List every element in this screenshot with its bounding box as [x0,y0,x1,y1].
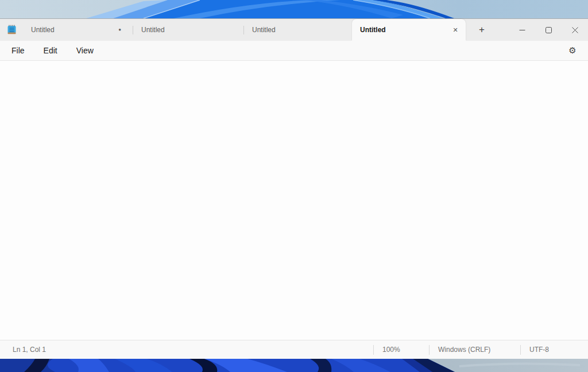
close-icon [572,27,578,33]
tab-untitled-1[interactable]: Untitled ● [23,19,133,41]
cursor-position: Ln 1, Col 1 [0,346,373,354]
tab-label: Untitled [141,26,243,34]
tab-label: Untitled [252,26,352,34]
menu-edit[interactable]: Edit [37,43,64,58]
close-tab-icon[interactable]: ✕ [449,24,462,36]
minimize-icon [519,27,525,33]
tab-untitled-3[interactable]: Untitled [244,19,352,41]
settings-button[interactable]: ⚙ [563,42,582,59]
close-window-button[interactable] [562,19,588,41]
notepad-app-icon [7,25,17,35]
window-caption-controls [509,19,588,41]
wallpaper-bottom-strip [0,359,588,372]
bloom-wallpaper-top [0,0,588,18]
zoom-level: 100% [373,345,429,355]
wallpaper-top-strip [0,0,588,18]
maximize-icon [546,27,552,33]
minimize-button[interactable] [509,19,535,41]
add-tab-button[interactable]: + [473,22,490,38]
unsaved-dot-icon: ● [118,28,121,32]
editor-area[interactable] [0,61,588,340]
menu-file[interactable]: File [5,43,32,58]
tab-untitled-4-active[interactable]: Untitled ✕ [352,19,466,41]
menu-bar: File Edit View ⚙ [0,41,588,61]
screen: Untitled ● Untitled Untitled Untitled ✕ … [0,0,588,372]
tab-bar: Untitled ● Untitled Untitled Untitled ✕ … [0,19,588,41]
line-ending: Windows (CRLF) [429,345,520,355]
encoding: UTF-8 [520,345,588,355]
tab-untitled-2[interactable]: Untitled [133,19,243,41]
tab-label: Untitled [31,26,118,34]
tab-label: Untitled [360,26,449,34]
menu-view[interactable]: View [69,43,100,58]
status-bar: Ln 1, Col 1 100% Windows (CRLF) UTF-8 [0,340,588,359]
bloom-wallpaper-bottom [0,359,588,372]
gear-icon: ⚙ [568,45,576,56]
app-icon-wrap [0,19,23,41]
maximize-button[interactable] [535,19,562,41]
notepad-window: Untitled ● Untitled Untitled Untitled ✕ … [0,18,588,359]
